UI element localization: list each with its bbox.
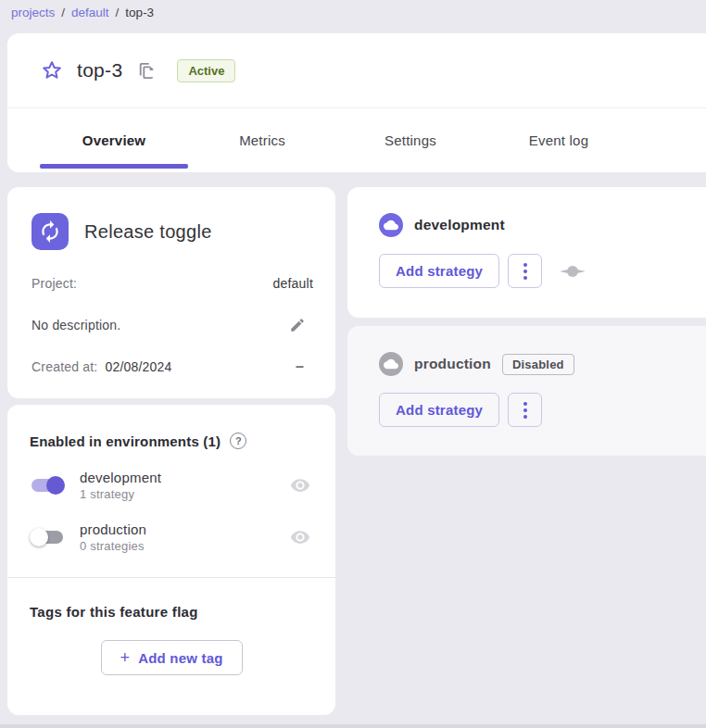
more-actions-button[interactable] — [508, 254, 542, 288]
env-panel-production: production Disabled Add strategy — [347, 326, 706, 456]
disabled-badge: Disabled — [502, 354, 574, 375]
tab-settings[interactable]: Settings — [336, 108, 485, 171]
eye-icon[interactable] — [290, 475, 310, 496]
flag-tabs: Overview Metrics Settings Event log — [7, 108, 706, 171]
bottom-edge-strip — [0, 724, 706, 728]
project-label: Project: — [32, 276, 77, 291]
help-icon[interactable]: ? — [230, 433, 246, 449]
env-panel-development: development Add strategy — [347, 187, 706, 318]
tags-section-title: Tags for this feature flag — [30, 604, 313, 620]
env-name: production — [80, 521, 146, 537]
edit-description-icon[interactable] — [289, 317, 306, 333]
env-strategy-count: 0 strategies — [80, 539, 146, 553]
tab-event-log[interactable]: Event log — [485, 108, 633, 171]
breadcrumb-separator: / — [61, 6, 65, 19]
environments-card-title: Enabled in environments (1) — [30, 433, 221, 449]
env-name: development — [80, 470, 161, 485]
tab-metrics[interactable]: Metrics — [188, 108, 336, 171]
page-title: top-3 — [77, 59, 122, 82]
breadcrumb: projects / default / top-3 — [0, 0, 706, 19]
toggle-production[interactable] — [30, 528, 65, 546]
env-strategy-count: 1 strategy — [80, 487, 161, 501]
flag-type-name: Release toggle — [84, 221, 212, 243]
release-toggle-icon — [32, 213, 69, 250]
description-text: No description. — [32, 318, 120, 333]
lifecycle-stage-icon[interactable] — [559, 265, 586, 278]
created-value: 02/08/2024 — [105, 359, 171, 374]
add-strategy-button[interactable]: Add strategy — [379, 254, 499, 288]
status-badge: Active — [177, 59, 235, 82]
created-label: Created at: — [32, 359, 97, 374]
flag-type-card: Release toggle Project: default No descr… — [7, 187, 335, 398]
environment-cloud-icon — [379, 213, 403, 237]
overview-main: Release toggle Project: default No descr… — [7, 187, 706, 715]
eye-icon[interactable] — [290, 527, 310, 547]
favorite-star-icon[interactable] — [41, 59, 63, 82]
plus-icon: + — [120, 648, 130, 668]
more-actions-button[interactable] — [508, 393, 542, 427]
env-row-development: development 1 strategy — [30, 470, 313, 501]
project-row: Project: default — [32, 276, 313, 291]
toggle-development[interactable] — [30, 476, 65, 495]
breadcrumb-link-default[interactable]: default — [71, 6, 109, 19]
copy-name-icon[interactable] — [138, 61, 155, 80]
description-row: No description. — [32, 317, 313, 333]
env-panel-name: production — [414, 356, 491, 372]
project-value: default — [273, 276, 313, 291]
env-panel-name: development — [414, 217, 505, 233]
environment-cloud-icon — [379, 352, 403, 376]
add-new-tag-button[interactable]: + Add new tag — [101, 640, 243, 675]
env-row-production: production 0 strategies — [30, 521, 313, 553]
flag-header-top: top-3 Active — [7, 33, 706, 108]
breadcrumb-separator: / — [116, 6, 120, 19]
created-row: Created at: 02/08/2024 – — [32, 359, 313, 374]
add-new-tag-label: Add new tag — [138, 650, 222, 666]
section-divider — [7, 577, 335, 578]
flag-header-card: top-3 Active Overview Metrics Settings E… — [7, 33, 706, 172]
collapse-icon[interactable]: – — [296, 359, 304, 374]
breadcrumb-current: top-3 — [125, 6, 154, 19]
environments-card: Enabled in environments (1) ? developmen… — [7, 405, 335, 715]
add-strategy-button[interactable]: Add strategy — [379, 393, 499, 427]
breadcrumb-link-projects[interactable]: projects — [11, 6, 55, 19]
tab-overview[interactable]: Overview — [40, 108, 188, 171]
